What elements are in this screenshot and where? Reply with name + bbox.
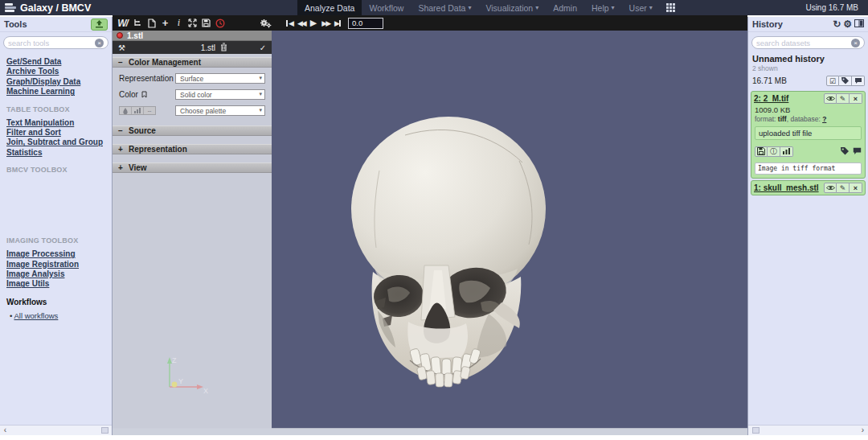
delete-dataset-x-icon[interactable]: ×	[850, 183, 862, 193]
apply-check-icon[interactable]: ✓	[260, 43, 266, 52]
dataset-title-link[interactable]: 2: 2_M.tif	[754, 94, 788, 103]
upload-button[interactable]	[91, 19, 108, 31]
palette-select[interactable]: Choose palette ▾	[175, 105, 265, 116]
play-icon[interactable]: ▶	[309, 18, 318, 28]
tool-link-machine-learning[interactable]: Machine Learning	[6, 87, 105, 97]
bookmark-icon[interactable]	[141, 91, 147, 98]
section-color-management[interactable]: − Color Management	[113, 57, 272, 68]
all-workflows-link[interactable]: All workflows	[14, 311, 58, 320]
history-header: History ↻ ⚙	[748, 17, 868, 32]
playback-controls: ◀ ◀◀ ▶ ▶▶ ▶	[284, 18, 343, 28]
section-source[interactable]: − Source	[113, 125, 272, 136]
visualize-chart-icon[interactable]	[780, 146, 793, 157]
history-shown-count: 2 shown	[748, 64, 868, 72]
refresh-icon[interactable]: ↻	[833, 19, 841, 29]
more-options-icon[interactable]: --	[144, 107, 155, 114]
visualizer-logo-icon[interactable]: W/	[116, 16, 129, 30]
scroll-grip[interactable]	[101, 427, 108, 434]
tool-link-join-subtract-group[interactable]: Join, Subtract and Group	[6, 138, 105, 147]
workflows-title: Workflows	[6, 298, 105, 306]
dataset-tags-icon[interactable]	[841, 144, 850, 158]
history-name[interactable]: Unnamed history	[748, 52, 868, 64]
tool-link-image-analysis[interactable]: Image Analysis	[6, 269, 105, 279]
history-horizontal-scrollbar[interactable]: ›	[748, 425, 868, 435]
clear-search-icon[interactable]: ×	[95, 39, 104, 47]
scroll-right-arrow-icon[interactable]: ›	[858, 426, 868, 435]
dataset-size: 1009.0 KB	[755, 105, 862, 114]
nav-help[interactable]: Help▾	[584, 0, 622, 15]
nav-shared-data[interactable]: Shared Data▾	[411, 0, 478, 15]
tool-link-image-utils[interactable]: Image Utils	[6, 279, 105, 289]
tool-link-archive-tools[interactable]: Archive Tools	[6, 67, 105, 76]
tool-link-text-manipulation[interactable]: Text Manipulation	[6, 118, 105, 128]
tools-wrench-icon[interactable]: ⚒	[118, 43, 125, 52]
apps-grid-icon[interactable]	[666, 3, 675, 12]
scroll-left-arrow-icon[interactable]: ‹	[0, 426, 10, 435]
pipeline-browser-icon[interactable]	[131, 16, 145, 30]
clear-search-icon[interactable]: ×	[851, 39, 860, 47]
tools-search-input[interactable]	[8, 39, 95, 47]
render-viewport[interactable]	[272, 31, 747, 429]
dataset-info-icon[interactable]: ⓘ	[768, 146, 780, 157]
history-annotation-icon[interactable]	[852, 76, 865, 86]
brand-title: Galaxy / BMCV	[20, 2, 91, 14]
step-back-icon[interactable]: ◀◀	[296, 19, 307, 27]
visibility-dot-icon[interactable]	[117, 32, 123, 39]
solid-color-icon[interactable]	[120, 107, 132, 114]
scalar-bar-icon[interactable]	[132, 107, 144, 114]
view-dataset-eye-icon[interactable]	[824, 183, 837, 193]
usage-quota: Using 16.7 MB	[805, 3, 868, 12]
tool-link-statistics[interactable]: Statistics	[6, 148, 105, 158]
tool-link-graph-display-data[interactable]: Graph/Display Data	[6, 77, 105, 87]
tool-link-image-processing[interactable]: Image Processing	[6, 249, 105, 259]
scroll-grip[interactable]	[752, 427, 760, 434]
database-link[interactable]: ?	[822, 115, 826, 123]
edit-attributes-pencil-icon[interactable]: ✎	[837, 93, 850, 104]
tool-link-get-send-data[interactable]: Get/Send Data	[6, 57, 105, 67]
add-source-icon[interactable]: +	[158, 16, 172, 30]
caret-down-icon: ▾	[649, 4, 653, 11]
settings-gears-icon[interactable]	[259, 16, 272, 30]
dataset-title-link[interactable]: 1: skull_mesh.stl	[754, 183, 819, 192]
edit-attributes-pencil-icon[interactable]: ✎	[837, 183, 850, 193]
files-icon[interactable]	[145, 16, 158, 30]
download-save-icon[interactable]	[755, 146, 768, 157]
section-view[interactable]: + View	[113, 162, 272, 173]
history-tags-icon[interactable]	[839, 76, 852, 86]
information-icon[interactable]: i	[172, 16, 186, 30]
view-dataset-eye-icon[interactable]	[824, 93, 837, 104]
pipeline-item[interactable]: 1.stl	[113, 31, 272, 41]
skip-to-begin-icon[interactable]: ◀	[284, 19, 294, 27]
galaxy-brand[interactable]: Galaxy / BMCV	[0, 2, 91, 14]
delete-source-icon[interactable]	[220, 43, 227, 53]
tool-link-filter-and-sort[interactable]: Filter and Sort	[6, 128, 105, 138]
step-forward-icon[interactable]: ▶▶	[320, 19, 331, 27]
caret-down-icon: ▾	[535, 4, 538, 11]
toggle-panels-icon[interactable]	[186, 16, 199, 30]
save-state-icon[interactable]	[199, 16, 213, 30]
tools-title: Tools	[4, 19, 27, 29]
tool-link-image-registration[interactable]: Image Registration	[6, 260, 105, 269]
masthead: Galaxy / BMCV Analyze Data Workflow Shar…	[0, 0, 868, 15]
representation-select[interactable]: Surface ▾	[175, 73, 265, 84]
time-value-input[interactable]	[348, 18, 383, 29]
nav-analyze-data[interactable]: Analyze Data	[297, 0, 362, 15]
nav-visualization[interactable]: Visualization▾	[478, 0, 546, 15]
history-search-input[interactable]	[756, 39, 851, 47]
skip-to-end-icon[interactable]: ▶	[333, 19, 343, 27]
color-select[interactable]: Solid color ▾	[175, 89, 265, 100]
tools-horizontal-scrollbar[interactable]: ‹	[0, 425, 112, 435]
delete-dataset-x-icon[interactable]: ×	[850, 93, 862, 104]
nav-user[interactable]: User▾	[622, 0, 660, 15]
nav-workflow[interactable]: Workflow	[362, 0, 411, 15]
select-items-checkbox-icon[interactable]: ☑	[826, 76, 839, 86]
multi-history-view-icon[interactable]	[854, 19, 864, 29]
dataset-peek: Image in tiff format	[755, 162, 862, 175]
nav-admin[interactable]: Admin	[546, 0, 584, 15]
dataset-actions: ⓘ	[755, 144, 862, 158]
reset-time-icon[interactable]	[213, 16, 227, 30]
dataset-annotation-icon[interactable]	[853, 144, 862, 158]
section-table-toolbox: TABLE TOOLBOX	[6, 105, 105, 113]
history-options-gear-icon[interactable]: ⚙	[843, 19, 852, 29]
section-representation[interactable]: + Representation	[113, 144, 272, 154]
